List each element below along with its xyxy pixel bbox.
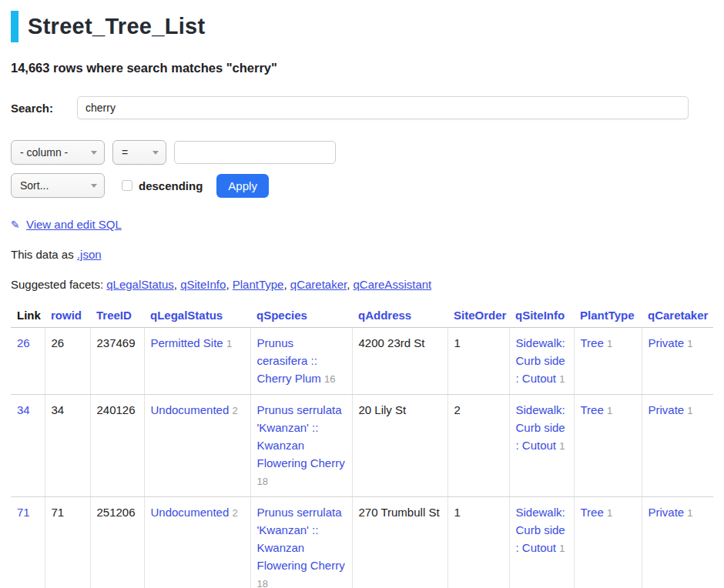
facet-count: 18	[257, 578, 268, 588]
table-body: 2626237469Permitted Site 1Prunus cerasif…	[11, 328, 713, 588]
column-header-qLegalStatus[interactable]: qLegalStatus	[144, 307, 250, 328]
sql-line: ✎ View and edit SQL	[11, 218, 713, 231]
column-header-link-qCaretaker[interactable]: qCaretaker	[648, 309, 708, 322]
table-row: 2626237469Permitted Site 1Prunus cerasif…	[11, 328, 713, 395]
facet-link-qSiteInfo[interactable]: qSiteInfo	[180, 278, 226, 291]
facet-link-PlantType[interactable]: PlantType	[233, 278, 284, 291]
facet-count: 16	[324, 373, 335, 385]
cell-siteOrder: 2	[447, 395, 509, 497]
apply-button[interactable]: Apply	[216, 174, 269, 198]
facet-link-qCareAssistant[interactable]: qCareAssistant	[354, 278, 432, 291]
facet-value-link[interactable]: Tree	[581, 336, 604, 349]
column-header-link-qSiteInfo[interactable]: qSiteInfo	[515, 309, 565, 322]
cell-link[interactable]: 71	[11, 497, 45, 588]
row-link[interactable]: 71	[17, 506, 30, 519]
row-count-summary: 14,663 rows where search matches "cherry…	[11, 61, 713, 75]
json-link[interactable]: .json	[77, 248, 102, 261]
search-input[interactable]	[77, 96, 689, 119]
filter-row: - column - =	[11, 140, 713, 165]
column-header-rowid[interactable]: rowid	[45, 307, 90, 328]
facet-value-link[interactable]: Private	[649, 403, 685, 416]
column-header-qAddress[interactable]: qAddress	[352, 307, 447, 328]
filter-column-select-value: - column -	[20, 146, 68, 159]
view-edit-sql-link[interactable]: View and edit SQL	[26, 218, 122, 231]
facet-value-link[interactable]: Sidewalk: Curb side : Cutout	[516, 506, 565, 554]
filter-column-select[interactable]: - column -	[11, 140, 105, 165]
cell-qAddress: 270 Trumbull St	[352, 497, 447, 588]
facet-value-link[interactable]: Private	[649, 506, 685, 519]
results-table: LinkrowidTreeIDqLegalStatusqSpeciesqAddr…	[11, 307, 713, 588]
cell-qCaretaker: Private 1	[642, 395, 713, 497]
facet-value-link[interactable]: Private	[649, 336, 685, 349]
datasette-table-page: Street_Tree_List 14,663 rows where searc…	[0, 0, 724, 588]
facet-value-link[interactable]: Sidewalk: Curb side : Cutout	[516, 403, 565, 452]
cell-rowid: 71	[45, 497, 90, 588]
row-link[interactable]: 26	[17, 336, 30, 349]
facet-value-link[interactable]: Tree	[581, 403, 604, 416]
pencil-icon: ✎	[11, 219, 20, 231]
descending-label: descending	[139, 179, 203, 192]
facet-value-link[interactable]: Sidewalk: Curb side : Cutout	[516, 336, 565, 385]
column-header-link-plantType[interactable]: PlantType	[580, 309, 635, 322]
cell-qCaretaker: Private 1	[642, 497, 713, 588]
facet-count: 18	[257, 476, 268, 487]
accent-bar	[11, 11, 18, 42]
column-header-link: Link	[11, 307, 45, 328]
sort-select[interactable]: Sort...	[11, 173, 105, 198]
column-header-qSpecies[interactable]: qSpecies	[250, 307, 352, 328]
descending-checkbox[interactable]	[122, 180, 132, 191]
cell-qSiteInfo: Sidewalk: Curb side : Cutout 1	[509, 328, 574, 395]
data-export-line: This data as .json	[11, 248, 713, 261]
column-header-link-rowid[interactable]: rowid	[51, 309, 82, 322]
search-form: Search:	[11, 96, 713, 119]
table-row: 3434240126Undocumented 2Prunus serrulata…	[11, 395, 713, 497]
table-row: 7171251206Undocumented 2Prunus serrulata…	[11, 497, 713, 588]
suggested-facets-label: Suggested facets:	[11, 278, 106, 291]
column-header-link-qAddress[interactable]: qAddress	[358, 309, 411, 322]
filter-operator-select[interactable]: =	[112, 140, 166, 165]
cell-qSpecies: Prunus serrulata 'Kwanzan' :: Kwanzan Fl…	[250, 497, 352, 588]
facet-value-link[interactable]: Undocumented	[151, 506, 230, 519]
column-header-link-siteOrder[interactable]: SiteOrder	[454, 309, 506, 322]
filter-operator-select-value: =	[122, 146, 128, 159]
facet-value-link[interactable]: Prunus serrulata 'Kwanzan' :: Kwanzan Fl…	[257, 506, 345, 572]
facet-value-link[interactable]: Tree	[581, 506, 604, 519]
data-as-prefix: This data as	[11, 248, 77, 261]
facet-count: 1	[687, 507, 692, 519]
facet-count: 1	[607, 338, 612, 349]
column-header-qSiteInfo[interactable]: qSiteInfo	[509, 307, 574, 328]
chevron-down-icon	[153, 151, 159, 155]
column-header-qCaretaker[interactable]: qCaretaker	[642, 307, 713, 328]
chevron-down-icon	[91, 151, 97, 155]
facet-value-link[interactable]: Undocumented	[151, 403, 230, 416]
cell-link[interactable]: 34	[11, 395, 45, 497]
cell-qAddress: 20 Lily St	[352, 395, 447, 497]
sort-select-value: Sort...	[20, 179, 49, 192]
cell-link[interactable]: 26	[11, 328, 45, 395]
filter-value-input[interactable]	[174, 141, 336, 164]
column-header-treeid[interactable]: TreeID	[90, 307, 144, 328]
facet-count: 1	[687, 405, 692, 416]
facet-links: qLegalStatus, qSiteInfo, PlantType, qCar…	[106, 278, 431, 291]
cell-plantType: Tree 1	[574, 328, 642, 395]
row-link[interactable]: 34	[17, 403, 30, 416]
column-header-siteOrder[interactable]: SiteOrder	[447, 307, 509, 328]
cell-qSiteInfo: Sidewalk: Curb side : Cutout 1	[509, 497, 574, 588]
column-header-plantType[interactable]: PlantType	[574, 307, 642, 328]
cell-treeid: 240126	[90, 395, 144, 497]
facet-link-qLegalStatus[interactable]: qLegalStatus	[106, 278, 174, 291]
facet-count: 2	[232, 405, 237, 416]
facet-value-link[interactable]: Permitted Site	[151, 336, 223, 349]
column-header-link-qLegalStatus[interactable]: qLegalStatus	[150, 309, 223, 322]
cell-qSpecies: Prunus cerasifera :: Cherry Plum 16	[250, 328, 352, 395]
column-header-link-qSpecies[interactable]: qSpecies	[256, 309, 307, 322]
page-header: Street_Tree_List	[11, 11, 713, 42]
facet-value-link[interactable]: Prunus serrulata 'Kwanzan' :: Kwanzan Fl…	[257, 403, 345, 469]
facet-link-qCaretaker[interactable]: qCaretaker	[290, 278, 347, 291]
cell-qLegalStatus: Undocumented 2	[144, 497, 250, 588]
column-header-link-treeid[interactable]: TreeID	[96, 309, 132, 322]
cell-qLegalStatus: Permitted Site 1	[144, 328, 250, 395]
facet-count: 1	[607, 507, 612, 519]
facet-value-link[interactable]: Prunus cerasifera :: Cherry Plum	[257, 336, 321, 385]
cell-qSpecies: Prunus serrulata 'Kwanzan' :: Kwanzan Fl…	[250, 395, 352, 497]
